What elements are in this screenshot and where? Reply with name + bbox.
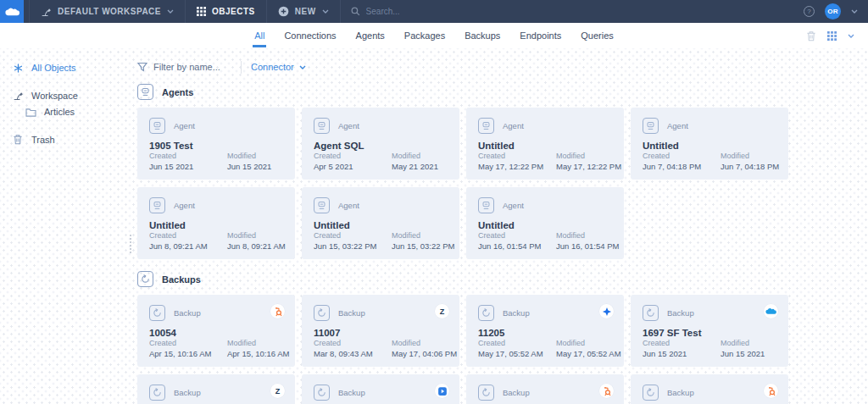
modified-label: Modified [392, 152, 470, 160]
created-value: Jun 15 2021 [149, 162, 227, 171]
tabbar-actions [806, 23, 854, 48]
object-card[interactable]: Backup11007CreatedMar 8, 09:43 AMModifie… [302, 295, 459, 367]
created-value: Jun 7, 04:18 PM [643, 162, 721, 171]
created-value: Mar 8, 09:43 AM [314, 349, 392, 358]
agent-icon [149, 197, 165, 213]
tab-packages[interactable]: Packages [403, 23, 447, 48]
card-type-label: Backup [667, 388, 694, 397]
separator [241, 61, 242, 74]
object-card[interactable]: AgentUntitledCreatedMay 17, 12:22 PMModi… [466, 108, 624, 180]
card-title: Untitled [149, 220, 283, 230]
created-label: Created [314, 152, 392, 160]
created-value: Jun 15 2021 [643, 349, 721, 358]
card-type-label: Backup [174, 388, 201, 397]
tab-queries[interactable]: Queries [579, 23, 615, 48]
filterbar: Connector [137, 57, 868, 77]
card-meta: CreatedMar 8, 09:43 AMModifiedMay 17, 04… [314, 339, 470, 358]
section-title: Agents [162, 87, 193, 97]
section-header-agents: Agents [137, 84, 868, 100]
main-panel: Connector AgentsAgent1905 TestCreatedJun… [133, 48, 868, 404]
tab-agents[interactable]: Agents [354, 23, 387, 48]
search-input[interactable] [366, 7, 783, 16]
section-title: Backups [162, 274, 201, 285]
card-head: Backup [149, 385, 283, 401]
created-label: Created [149, 339, 227, 347]
object-card[interactable]: Backup2333Z [137, 374, 295, 404]
backup-icon [314, 305, 330, 321]
card-type-label: Agent [503, 201, 524, 210]
help-icon[interactable]: ? [804, 6, 815, 17]
card-meta: CreatedApr 15, 10:16 AMModifiedApr 15, 1… [149, 339, 305, 358]
connector-hubspot-icon [599, 384, 614, 398]
avatar[interactable]: OR [825, 3, 841, 19]
card-type-label: Agent [174, 121, 195, 130]
card-head: Agent [478, 118, 612, 134]
agent-icon [137, 84, 153, 100]
created-value: May 17, 05:52 AM [478, 349, 556, 358]
chevron-down-icon [299, 65, 306, 69]
card-type-label: Backup [338, 308, 365, 318]
card-type-label: Backup [667, 308, 694, 318]
card-head: Backup [478, 385, 612, 401]
modified-label: Modified [227, 231, 305, 240]
sidebar-item-articles[interactable]: Articles [0, 106, 133, 122]
backup-icon [314, 385, 330, 401]
object-card[interactable]: Agent1905 TestCreatedJun 15 2021Modified… [137, 108, 295, 180]
sidebar-item-workspace[interactable]: Workspace [0, 85, 133, 106]
card-title: 11007 [314, 328, 448, 338]
object-card[interactable]: Backup4136 [466, 374, 624, 404]
chevron-down-icon[interactable] [848, 34, 854, 38]
global-search[interactable] [341, 0, 793, 23]
backup-icon [643, 305, 659, 321]
created-label: Created [149, 231, 227, 240]
filter-by-name-input[interactable] [153, 62, 231, 72]
grid-icon [197, 7, 206, 16]
created-label: Created [149, 152, 227, 160]
folder-icon [25, 108, 36, 117]
trash-icon[interactable] [806, 30, 816, 42]
connector-filter-dropdown[interactable]: Connector [251, 62, 306, 72]
objects-nav-button[interactable]: OBJECTS [186, 0, 267, 23]
modified-value: Apr 15, 10:16 AM [227, 349, 305, 358]
object-card[interactable]: Backup1697 SF TestCreatedJun 15 2021Modi… [631, 295, 788, 367]
new-button[interactable]: NEW [267, 0, 341, 23]
card-meta: CreatedJun 15 2021ModifiedJun 15 2021 [643, 339, 798, 358]
tab-all[interactable]: All [253, 23, 266, 48]
object-card[interactable]: Backup3699 [302, 374, 459, 404]
tab-connections[interactable]: Connections [282, 23, 337, 48]
chevron-down-icon [167, 9, 174, 14]
sidebar-item-trash[interactable]: Trash [0, 129, 133, 150]
object-card[interactable]: AgentUntitledCreatedJun 7, 04:18 PMModif… [631, 108, 788, 180]
funnel-icon [137, 62, 147, 72]
object-card[interactable]: AgentUntitledCreatedJun 16, 01:54 PMModi… [466, 187, 624, 259]
card-type-label: Backup [503, 308, 530, 318]
object-card[interactable]: Backup10054CreatedApr 15, 10:16 AMModifi… [137, 295, 295, 367]
card-head: Agent [478, 197, 612, 213]
sidebar-resize-handle[interactable] [130, 235, 131, 253]
sidebar-item-all-objects[interactable]: All Objects [0, 58, 133, 78]
grid-view-icon[interactable] [827, 31, 837, 41]
object-card[interactable]: Backup11205CreatedMay 17, 05:52 AMModifi… [466, 295, 624, 367]
card-type-label: Agent [338, 201, 359, 210]
card-head: Backup [643, 305, 776, 321]
created-label: Created [314, 339, 392, 347]
sidebar-item-label: Articles [44, 107, 75, 117]
modified-label: Modified [556, 152, 634, 160]
workspace-switcher[interactable]: DEFAULT WORKSPACE [29, 0, 186, 23]
connector-play-arrow-icon [435, 384, 449, 398]
object-card[interactable]: AgentAgent SQLCreatedApr 5 2021ModifiedM… [302, 108, 459, 180]
object-card[interactable]: AgentUntitledCreatedJun 15, 03:22 PMModi… [302, 187, 459, 259]
modified-label: Modified [556, 231, 634, 240]
connector-filter-label: Connector [251, 62, 294, 72]
trash-icon [12, 134, 24, 145]
tab-backups[interactable]: Backups [463, 23, 502, 48]
navbar-right: ? OR [793, 0, 868, 23]
object-card[interactable]: Backup4136_1 [631, 374, 788, 404]
object-card[interactable]: AgentUntitledCreatedJun 8, 09:21 AMModif… [137, 187, 295, 259]
connector-salesforce-icon [764, 304, 778, 318]
name-filter[interactable] [137, 62, 231, 72]
chevron-down-icon[interactable] [851, 9, 858, 14]
created-value: Jun 8, 09:21 AM [149, 241, 227, 251]
tab-endpoints[interactable]: Endpoints [518, 23, 563, 48]
app-logo[interactable] [0, 0, 24, 23]
